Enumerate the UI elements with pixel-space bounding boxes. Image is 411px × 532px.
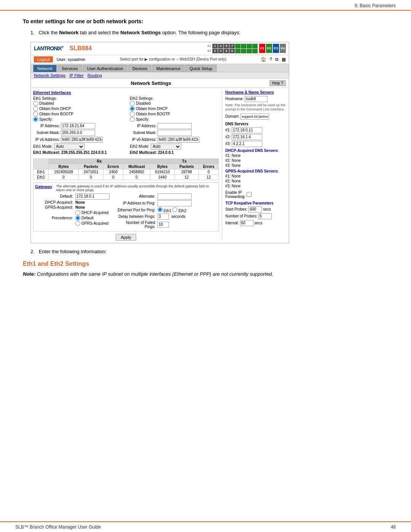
prec-gprs-radio[interactable]: GPRS-Acquired [75,221,108,226]
eth2-bootp-radio[interactable]: Obtain from BOOTP [130,112,219,117]
gw-precedence-row: Precedence: DHCP-Acquired Default [35,210,110,226]
apply-button[interactable]: Apply [116,234,136,241]
eth1-dhcp-radio[interactable]: Obtain from DHCP [33,106,122,111]
dns-section-title: DNS Servers [225,122,287,126]
tab-network[interactable]: Network [33,65,57,72]
gw-delay-input[interactable] [158,214,169,220]
gw-default-label: Default: [35,194,73,198]
note-text: Configurations with the same IP subnet o… [37,271,273,277]
eth2-specify-radio[interactable]: Specify: [130,117,219,122]
eth1-mode-select[interactable]: Auto [54,144,84,150]
interval-input[interactable] [240,220,253,226]
domain-input[interactable] [241,113,269,120]
step1-bold1: Network [59,30,78,35]
gw-dhcp-row: DHCP-Acquired: None [35,200,110,204]
gateway-section: Gateway The alternate gateway is used if… [33,182,219,232]
enable-fwd-checkbox[interactable] [247,192,252,197]
eth2-ipv6-input[interactable] [158,137,199,143]
tab-devices[interactable]: Devices [128,65,151,72]
col-tx-packets: Packets [175,164,199,169]
dns3-input[interactable] [232,141,262,147]
logout-button[interactable]: Logout [34,56,53,62]
num-probes-input[interactable] [258,213,272,219]
domain-row: Domain: [225,113,287,120]
network-settings-title: Network Settings [32,80,269,86]
gw-ip-ping-input[interactable] [158,200,192,206]
col-packets: Packets [79,164,104,169]
gw-delay-unit: seconds [171,214,185,219]
eth1-tx-packets: 28798 [175,169,199,174]
eth1-rx-multicast: 2458892 [123,169,150,174]
dhcp-dns2: #2: None [225,158,287,163]
toolbar-bar: Logout User: sysadmin Select port for ▶ … [31,55,289,64]
rx-header: Rx [48,158,150,164]
eth1-rx-errors: 2400 [103,169,123,174]
eth2-mode-select[interactable]: Auto [151,144,181,150]
eth1-ip-input[interactable] [61,123,95,129]
tab-quick-setup[interactable]: Quick Setup [185,65,217,72]
dns2-input[interactable] [232,134,262,140]
gw-alternate-input[interactable] [158,193,192,200]
gprs-dns3: #3: None [225,184,287,188]
page-header: 6: Basic Parameters [0,0,411,11]
eth1-subnet-input[interactable] [61,130,95,136]
gprs-dns1: #1: None [225,174,287,178]
gw-left: Default: DHCP-Acquired: None GPRS-Acquir… [35,193,110,230]
gw-default-input[interactable] [75,193,110,200]
eth2-ipv6-row: IP v6 Address: [130,137,219,143]
section-title: To enter settings for one or both networ… [23,18,388,24]
eth1-specify-radio[interactable]: Specify: [33,117,122,122]
eth2-dhcp-radio[interactable]: Obtain from DHCP [130,106,219,111]
eth1-col: Eth1 Settings: Disabled Obtain from DHCP… [33,96,122,156]
eth2-subnet-input[interactable] [158,130,192,136]
eth2-disabled-radio[interactable]: Disabled [130,101,219,106]
start-probes-label: Start Probes: [225,207,247,211]
tab-services[interactable]: Services [57,65,82,72]
footer-right: 48 [391,524,396,530]
subnav-network-settings[interactable]: Network Settings [34,73,65,78]
gw-failed-input[interactable] [158,222,169,228]
user-label: User: sysadmin [57,57,86,62]
step1-mid: tab and select the [80,30,120,35]
help-icon[interactable]: ? [269,57,272,62]
hostname-input[interactable] [245,96,268,102]
page-title-bar: Network Settings Help ? [31,79,289,88]
eth1-ipv6-input[interactable] [61,137,103,143]
copy-icon[interactable]: ⧉ [275,57,279,62]
tab-user-auth[interactable]: User Authentication [83,65,127,72]
eth1-bootp-radio[interactable]: Obtain from BOOTP [33,112,122,117]
eth2-ip-input[interactable] [158,123,192,129]
table-row: Eth2 0 0 0 0 1440 12 12 [33,174,219,180]
start-probes-input[interactable] [249,206,262,212]
subnav-routing[interactable]: Routing [88,73,102,78]
p2-port: P2 [266,44,272,53]
eth2-tx-packets: 12 [175,174,199,180]
gw-ip-ping-label: IP Address to Ping: [117,201,155,205]
prec-default-radio[interactable]: Default [75,216,108,220]
eth1-ping-radio[interactable] [158,207,162,212]
eth1-disabled-radio[interactable]: Disabled [33,101,122,106]
home-icon[interactable]: 🏠 [261,57,266,62]
help-button[interactable]: Help ? [269,80,286,86]
eth2-radio-group: Eth2 Settings: Disabled Obtain from DHCP… [130,96,219,122]
gateway-link[interactable]: Gateway [35,184,52,189]
eth-interfaces-link[interactable]: Ethernet Interfaces [33,90,219,95]
interval-unit: secs [255,221,263,225]
gprs-dns-title: GPRS-Acquired DNS Servers [225,169,287,173]
dns1-input[interactable] [232,127,262,133]
gw-default-row: Default: [35,193,110,200]
domain-label: Domain: [225,114,239,118]
grid-icon[interactable]: ▦ [282,57,286,62]
prec-dhcp-radio[interactable]: DHCP-Acquired [75,210,108,215]
eth1-rx-bytes: 192405028 [48,169,79,174]
dns2-row: #2: [225,134,287,140]
subnav-ip-filter[interactable]: IP Filter [69,73,84,78]
eth2-multicast: Eth2 Multicast: 224.0.0.1 [130,150,219,155]
eth2-rx-packets: 0 [79,174,104,180]
eth2-ping-radio[interactable] [172,207,177,212]
gw-eth-ping-row: Ethernet Port for Ping: Eth1 Eth2 [117,207,192,213]
eth1-rx-packets: 2471651 [79,169,104,174]
gw-dhcp-value: None [75,200,85,204]
tab-maintenance[interactable]: Maintenance [152,65,185,72]
start-probes-row: Start Probes: secs [225,206,287,212]
